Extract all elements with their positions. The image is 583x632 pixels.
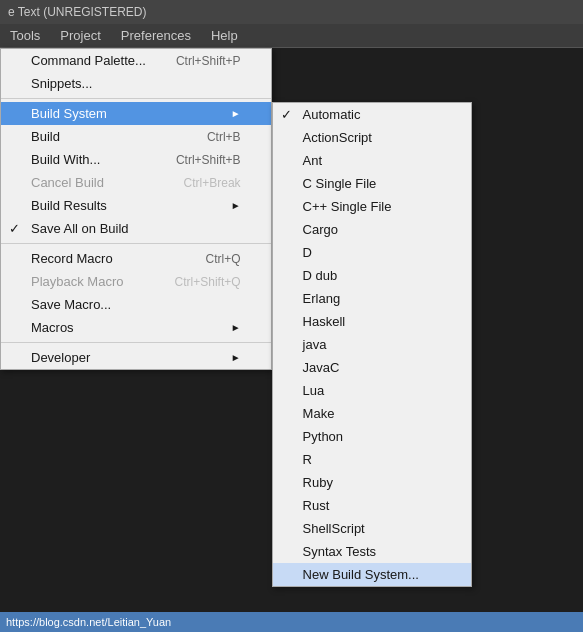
submenu-arrow-icon: ► bbox=[231, 352, 241, 363]
submenu-item-label: Python bbox=[303, 429, 343, 444]
menu-item-build-results[interactable]: Build Results ► bbox=[1, 194, 271, 217]
submenu-item-new-build-system[interactable]: New Build System... bbox=[273, 563, 471, 586]
menu-item-label: Cancel Build bbox=[31, 175, 104, 190]
menu-item-label: Snippets... bbox=[31, 76, 92, 91]
submenu-item-label: C++ Single File bbox=[303, 199, 392, 214]
menu-preferences[interactable]: Preferences bbox=[111, 24, 201, 47]
build-system-submenu: ✓ Automatic ActionScript Ant C Single Fi… bbox=[272, 102, 472, 587]
menu-item-label: Build bbox=[31, 129, 60, 144]
submenu-item-rust[interactable]: Rust bbox=[273, 494, 471, 517]
submenu-item-label: Automatic bbox=[303, 107, 361, 122]
submenu-item-label: Rust bbox=[303, 498, 330, 513]
submenu-item-c-single[interactable]: C Single File bbox=[273, 172, 471, 195]
separator-1 bbox=[1, 98, 271, 99]
menu-item-shortcut: Ctrl+Shift+Q bbox=[175, 275, 241, 289]
separator-3 bbox=[1, 342, 271, 343]
submenu-item-label: Lua bbox=[303, 383, 325, 398]
menu-item-save-macro[interactable]: Save Macro... bbox=[1, 293, 271, 316]
submenu-item-cpp-single[interactable]: C++ Single File bbox=[273, 195, 471, 218]
submenu-item-label: Cargo bbox=[303, 222, 338, 237]
menu-item-label: Macros bbox=[31, 320, 74, 335]
submenu-item-label: ShellScript bbox=[303, 521, 365, 536]
menu-item-label: Build Results bbox=[31, 198, 107, 213]
submenu-item-label: Ruby bbox=[303, 475, 333, 490]
tools-menu: Command Palette... Ctrl+Shift+P Snippets… bbox=[0, 48, 272, 370]
title-text: e Text (UNREGISTERED) bbox=[8, 5, 146, 19]
submenu-item-java[interactable]: java bbox=[273, 333, 471, 356]
menu-item-shortcut: Ctrl+Break bbox=[184, 176, 241, 190]
menu-item-macros[interactable]: Macros ► bbox=[1, 316, 271, 339]
status-bar: https://blog.csdn.net/Leitian_Yuan bbox=[0, 612, 583, 632]
tools-dropdown: Command Palette... Ctrl+Shift+P Snippets… bbox=[0, 48, 272, 370]
menu-item-snippets[interactable]: Snippets... bbox=[1, 72, 271, 95]
submenu-item-label: ActionScript bbox=[303, 130, 372, 145]
separator-2 bbox=[1, 243, 271, 244]
menu-item-label: Save Macro... bbox=[31, 297, 111, 312]
menu-item-playback-macro: Playback Macro Ctrl+Shift+Q bbox=[1, 270, 271, 293]
menu-item-command-palette[interactable]: Command Palette... Ctrl+Shift+P bbox=[1, 49, 271, 72]
menu-item-label: Command Palette... bbox=[31, 53, 146, 68]
submenu-item-d-dub[interactable]: D dub bbox=[273, 264, 471, 287]
submenu-item-label: Make bbox=[303, 406, 335, 421]
submenu-item-label: New Build System... bbox=[303, 567, 419, 582]
submenu-item-cargo[interactable]: Cargo bbox=[273, 218, 471, 241]
checkmark-icon: ✓ bbox=[9, 221, 20, 236]
submenu-item-label: Haskell bbox=[303, 314, 346, 329]
menu-item-label: Build With... bbox=[31, 152, 100, 167]
submenu-arrow-icon: ► bbox=[231, 322, 241, 333]
submenu-item-ruby[interactable]: Ruby bbox=[273, 471, 471, 494]
submenu-item-label: Ant bbox=[303, 153, 323, 168]
submenu-item-ant[interactable]: Ant bbox=[273, 149, 471, 172]
submenu-item-label: Syntax Tests bbox=[303, 544, 376, 559]
submenu-arrow-icon: ► bbox=[231, 200, 241, 211]
submenu-item-label: D bbox=[303, 245, 312, 260]
menu-item-build-system[interactable]: Build System ► bbox=[1, 102, 271, 125]
menu-item-shortcut: Ctrl+Q bbox=[206, 252, 241, 266]
menu-item-label: Build System bbox=[31, 106, 107, 121]
submenu-item-label: JavaC bbox=[303, 360, 340, 375]
submenu-item-r[interactable]: R bbox=[273, 448, 471, 471]
menu-item-shortcut: Ctrl+B bbox=[207, 130, 241, 144]
title-bar: e Text (UNREGISTERED) bbox=[0, 0, 583, 24]
menu-item-label: Playback Macro bbox=[31, 274, 123, 289]
submenu-item-syntax-tests[interactable]: Syntax Tests bbox=[273, 540, 471, 563]
submenu-item-label: D dub bbox=[303, 268, 338, 283]
submenu-item-automatic[interactable]: ✓ Automatic bbox=[273, 103, 471, 126]
menu-item-cancel-build: Cancel Build Ctrl+Break bbox=[1, 171, 271, 194]
submenu-item-make[interactable]: Make bbox=[273, 402, 471, 425]
menu-item-build-with[interactable]: Build With... Ctrl+Shift+B bbox=[1, 148, 271, 171]
menu-tools[interactable]: Tools bbox=[0, 24, 50, 47]
submenu-item-erlang[interactable]: Erlang bbox=[273, 287, 471, 310]
submenu-item-python[interactable]: Python bbox=[273, 425, 471, 448]
checkmark-icon: ✓ bbox=[281, 107, 292, 122]
submenu-item-lua[interactable]: Lua bbox=[273, 379, 471, 402]
menu-project[interactable]: Project bbox=[50, 24, 110, 47]
submenu-item-label: java bbox=[303, 337, 327, 352]
submenu-item-d[interactable]: D bbox=[273, 241, 471, 264]
submenu-arrow-icon: ► bbox=[231, 108, 241, 119]
submenu-item-actionscript[interactable]: ActionScript bbox=[273, 126, 471, 149]
status-text: https://blog.csdn.net/Leitian_Yuan bbox=[6, 616, 171, 628]
menu-item-shortcut: Ctrl+Shift+P bbox=[176, 54, 241, 68]
menu-item-label: Save All on Build bbox=[31, 221, 129, 236]
submenu-item-label: R bbox=[303, 452, 312, 467]
submenu-item-shellscript[interactable]: ShellScript bbox=[273, 517, 471, 540]
submenu-item-label: C Single File bbox=[303, 176, 377, 191]
menu-item-label: Record Macro bbox=[31, 251, 113, 266]
menu-bar: Tools Project Preferences Help bbox=[0, 24, 583, 48]
submenu-item-javac[interactable]: JavaC bbox=[273, 356, 471, 379]
menu-item-build[interactable]: Build Ctrl+B bbox=[1, 125, 271, 148]
menu-item-record-macro[interactable]: Record Macro Ctrl+Q bbox=[1, 247, 271, 270]
menu-item-label: Developer bbox=[31, 350, 90, 365]
menu-item-developer[interactable]: Developer ► bbox=[1, 346, 271, 369]
menu-item-save-all-on-build[interactable]: ✓ Save All on Build bbox=[1, 217, 271, 240]
submenu-item-haskell[interactable]: Haskell bbox=[273, 310, 471, 333]
submenu-item-label: Erlang bbox=[303, 291, 341, 306]
menu-item-shortcut: Ctrl+Shift+B bbox=[176, 153, 241, 167]
menu-help[interactable]: Help bbox=[201, 24, 248, 47]
